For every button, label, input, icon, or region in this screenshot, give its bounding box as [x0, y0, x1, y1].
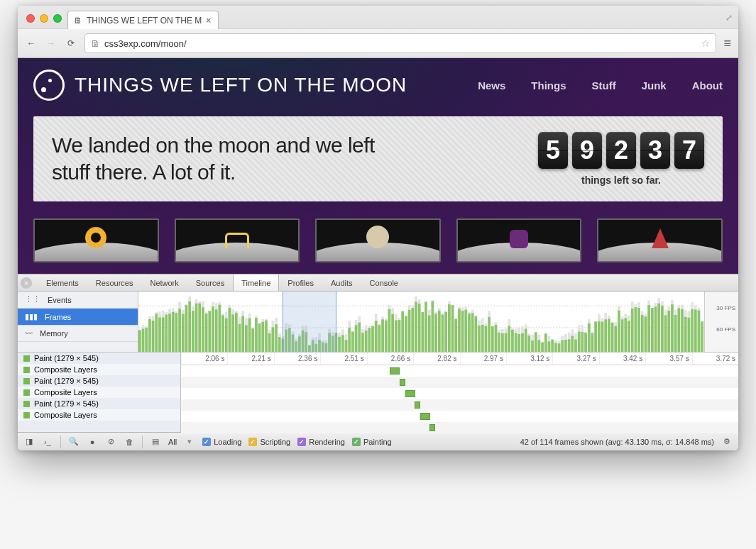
mode-frames[interactable]: ▮▮▮Frames — [18, 309, 138, 326]
thumb-caliper[interactable] — [175, 218, 300, 262]
svg-rect-137 — [361, 333, 364, 352]
tab-resources[interactable]: Resources — [87, 274, 142, 291]
close-window-button[interactable] — [26, 14, 35, 23]
back-button[interactable]: ← — [25, 38, 38, 48]
overview-selection[interactable] — [283, 292, 336, 352]
waterfall-chart[interactable]: 2.06 s 2.21 s 2.36 s 2.51 s 2.66 s 2.82 … — [181, 353, 738, 432]
svg-rect-179 — [432, 301, 434, 352]
svg-rect-295 — [624, 318, 627, 352]
counter-digit: 3 — [640, 132, 670, 169]
svg-rect-151 — [385, 321, 388, 352]
hero-banner: We landed on the moon and we left stuff … — [33, 116, 723, 201]
svg-rect-61 — [235, 313, 238, 352]
thumb-bag[interactable] — [456, 218, 582, 262]
tab-console[interactable]: Console — [361, 274, 407, 291]
fps-overview-chart[interactable]: 30 FPS 60 FPS — [138, 292, 738, 352]
fullscreen-icon[interactable]: ⤢ — [725, 13, 733, 28]
svg-rect-225 — [508, 326, 510, 352]
clear-icon[interactable]: ⊘ — [105, 437, 116, 446]
nav-junk[interactable]: Junk — [642, 79, 667, 92]
svg-rect-47 — [212, 306, 214, 352]
svg-rect-249 — [548, 341, 551, 352]
svg-rect-265 — [574, 340, 577, 352]
search-icon[interactable]: 🔍 — [68, 437, 80, 446]
svg-rect-43 — [205, 314, 208, 352]
thumb-cat[interactable] — [315, 218, 441, 262]
counter-label: things left so far. — [538, 174, 704, 186]
tab-profiles[interactable]: Profiles — [279, 274, 322, 291]
timeline-mode-sidebar: ⋮⋮Events ▮▮▮Frames 〰Memory — [18, 292, 138, 352]
svg-rect-309 — [647, 305, 650, 352]
svg-rect-261 — [568, 339, 571, 352]
tab-timeline[interactable]: Timeline — [233, 274, 279, 291]
devtools-close-button[interactable]: × — [21, 277, 32, 289]
memory-icon: 〰 — [25, 329, 33, 338]
svg-rect-289 — [614, 326, 617, 352]
minimize-window-button[interactable] — [40, 14, 48, 23]
svg-rect-135 — [358, 323, 361, 352]
svg-rect-23 — [172, 312, 175, 352]
bookmark-star-icon[interactable]: ☆ — [701, 37, 710, 50]
zoom-window-button[interactable] — [53, 14, 62, 23]
chrome-menu-button[interactable]: ≡ — [723, 36, 731, 51]
tab-sources[interactable]: Sources — [187, 274, 233, 291]
svg-rect-63 — [239, 324, 241, 352]
svg-rect-161 — [401, 311, 404, 352]
garbage-collect-icon[interactable]: 🗑 — [124, 438, 135, 446]
forward-button[interactable]: → — [45, 38, 57, 48]
svg-rect-171 — [418, 304, 421, 352]
svg-rect-27 — [178, 309, 181, 352]
svg-rect-71 — [251, 328, 254, 352]
tab-audits[interactable]: Audits — [322, 274, 361, 291]
reload-button[interactable]: ⟳ — [65, 38, 77, 48]
record-row[interactable]: Paint (1279 × 545) — [18, 398, 180, 409]
browser-tab[interactable]: 🗎 THINGS WE LEFT ON THE M × — [67, 11, 219, 29]
record-icon[interactable]: ● — [87, 438, 98, 446]
tab-elements[interactable]: Elements — [38, 274, 87, 291]
svg-rect-299 — [631, 309, 634, 352]
filter-loading[interactable]: ✓Loading — [202, 438, 241, 446]
waterfall-bar — [429, 424, 435, 431]
svg-rect-199 — [464, 310, 467, 352]
svg-rect-7 — [145, 328, 148, 352]
svg-rect-9 — [148, 319, 151, 352]
thumb-gnome[interactable] — [597, 218, 723, 262]
record-row[interactable]: Paint (1279 × 545) — [18, 353, 180, 364]
tab-close-button[interactable]: × — [206, 16, 211, 26]
nav-stuff[interactable]: Stuff — [592, 79, 616, 92]
filter-scripting[interactable]: ✓Scripting — [248, 438, 290, 446]
record-row[interactable]: Composite Layers — [18, 364, 180, 375]
filter-all[interactable]: All — [168, 438, 177, 446]
svg-rect-191 — [451, 305, 454, 352]
svg-rect-315 — [657, 304, 660, 352]
record-row[interactable]: Paint (1279 × 545) — [18, 375, 180, 387]
dropdown-icon[interactable]: ▾ — [184, 437, 195, 446]
tab-network[interactable]: Network — [141, 274, 187, 291]
svg-rect-263 — [571, 336, 574, 352]
record-row[interactable]: Composite Layers — [18, 409, 180, 421]
record-row[interactable]: Composite Layers — [18, 387, 180, 398]
thumb-donut[interactable] — [33, 218, 159, 262]
svg-rect-257 — [561, 340, 564, 352]
dock-icon[interactable]: ◨ — [23, 437, 35, 446]
svg-rect-227 — [511, 330, 514, 352]
records-list: Paint (1279 × 545) Composite Layers Pain… — [18, 353, 181, 432]
filter-icon[interactable]: ▤ — [150, 437, 161, 446]
nav-news[interactable]: News — [478, 79, 505, 92]
address-bar[interactable]: 🗎 css3exp.com/moon/ ☆ — [84, 33, 716, 53]
mode-memory[interactable]: 〰Memory — [18, 326, 138, 342]
window-controls — [23, 14, 63, 28]
nav-things[interactable]: Things — [531, 79, 566, 92]
filter-rendering[interactable]: ✓Rendering — [297, 438, 345, 446]
nav-about[interactable]: About — [692, 79, 723, 92]
mode-events[interactable]: ⋮⋮Events — [18, 292, 138, 309]
svg-rect-187 — [444, 312, 447, 352]
filter-painting[interactable]: ✓Painting — [352, 438, 392, 446]
svg-rect-147 — [378, 325, 381, 352]
paint-swatch-icon — [23, 378, 30, 384]
settings-gear-icon[interactable]: ⚙ — [721, 437, 733, 446]
console-icon[interactable]: ›_ — [42, 438, 53, 446]
svg-rect-163 — [405, 316, 407, 352]
svg-rect-245 — [541, 343, 544, 352]
svg-rect-69 — [248, 318, 251, 352]
